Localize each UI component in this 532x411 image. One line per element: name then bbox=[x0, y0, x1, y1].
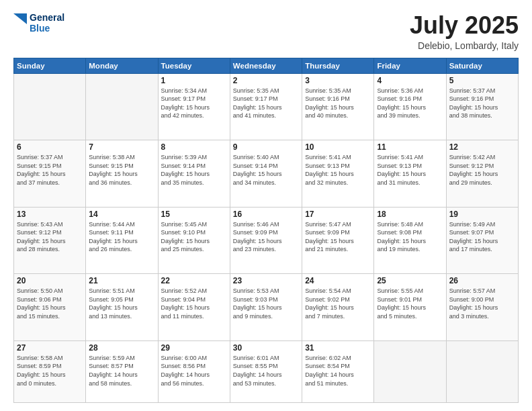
day-info: Sunrise: 6:02 AM Sunset: 8:54 PM Dayligh… bbox=[305, 354, 371, 387]
day-info: Sunrise: 5:57 AM Sunset: 9:00 PM Dayligh… bbox=[449, 287, 515, 320]
day-info: Sunrise: 5:37 AM Sunset: 9:16 PM Dayligh… bbox=[449, 87, 515, 120]
location-subtitle: Delebio, Lombardy, Italy bbox=[410, 40, 519, 51]
day-number: 16 bbox=[233, 210, 299, 219]
col-saturday: Saturday bbox=[446, 58, 518, 73]
day-info: Sunrise: 5:40 AM Sunset: 9:14 PM Dayligh… bbox=[233, 153, 299, 187]
day-info: Sunrise: 5:48 AM Sunset: 9:08 PM Dayligh… bbox=[377, 220, 443, 254]
table-row: 19Sunrise: 5:49 AM Sunset: 9:07 PM Dayli… bbox=[446, 207, 518, 274]
table-row: 22Sunrise: 5:52 AM Sunset: 9:04 PM Dayli… bbox=[158, 274, 230, 341]
calendar-header-row: Sunday Monday Tuesday Wednesday Thursday… bbox=[14, 58, 519, 73]
day-number: 4 bbox=[377, 76, 443, 85]
day-number: 28 bbox=[89, 343, 154, 353]
table-row: 29Sunrise: 6:00 AM Sunset: 8:56 PM Dayli… bbox=[158, 340, 230, 402]
logo: GeneralBlue bbox=[13, 12, 64, 34]
table-row: 13Sunrise: 5:43 AM Sunset: 9:12 PM Dayli… bbox=[14, 207, 86, 274]
table-row: 26Sunrise: 5:57 AM Sunset: 9:00 PM Dayli… bbox=[446, 274, 518, 341]
col-tuesday: Tuesday bbox=[158, 58, 230, 73]
table-row: 15Sunrise: 5:45 AM Sunset: 9:10 PM Dayli… bbox=[158, 207, 230, 274]
day-number: 30 bbox=[233, 343, 299, 353]
day-number: 21 bbox=[89, 276, 154, 285]
day-info: Sunrise: 5:35 AM Sunset: 9:17 PM Dayligh… bbox=[233, 87, 299, 120]
day-info: Sunrise: 5:54 AM Sunset: 9:02 PM Dayligh… bbox=[305, 287, 371, 320]
day-info: Sunrise: 5:34 AM Sunset: 9:17 PM Dayligh… bbox=[161, 87, 227, 120]
table-row: 8Sunrise: 5:39 AM Sunset: 9:14 PM Daylig… bbox=[158, 140, 230, 208]
day-info: Sunrise: 5:41 AM Sunset: 9:13 PM Dayligh… bbox=[377, 153, 443, 187]
day-info: Sunrise: 5:49 AM Sunset: 9:07 PM Dayligh… bbox=[449, 220, 515, 254]
table-row: 5Sunrise: 5:37 AM Sunset: 9:16 PM Daylig… bbox=[446, 73, 518, 140]
col-friday: Friday bbox=[374, 58, 446, 73]
day-info: Sunrise: 6:01 AM Sunset: 8:55 PM Dayligh… bbox=[233, 354, 299, 387]
day-number: 12 bbox=[449, 142, 515, 152]
table-row: 1Sunrise: 5:34 AM Sunset: 9:17 PM Daylig… bbox=[158, 73, 230, 140]
col-monday: Monday bbox=[86, 58, 158, 73]
calendar-table: Sunday Monday Tuesday Wednesday Thursday… bbox=[13, 58, 519, 403]
table-row: 20Sunrise: 5:50 AM Sunset: 9:06 PM Dayli… bbox=[14, 274, 86, 341]
day-info: Sunrise: 5:36 AM Sunset: 9:16 PM Dayligh… bbox=[377, 87, 443, 120]
col-sunday: Sunday bbox=[14, 58, 86, 73]
month-title: July 2025 bbox=[410, 12, 519, 39]
day-number: 6 bbox=[17, 142, 83, 152]
day-number: 7 bbox=[89, 142, 154, 152]
table-row: 4Sunrise: 5:36 AM Sunset: 9:16 PM Daylig… bbox=[374, 73, 446, 140]
day-number: 18 bbox=[377, 210, 443, 219]
day-number: 9 bbox=[233, 142, 299, 152]
svg-marker-0 bbox=[13, 13, 27, 24]
table-row: 30Sunrise: 6:01 AM Sunset: 8:55 PM Dayli… bbox=[230, 340, 302, 402]
table-row: 3Sunrise: 5:35 AM Sunset: 9:16 PM Daylig… bbox=[302, 73, 374, 140]
day-number: 20 bbox=[17, 276, 83, 285]
table-row: 17Sunrise: 5:47 AM Sunset: 9:09 PM Dayli… bbox=[302, 207, 374, 274]
day-info: Sunrise: 5:37 AM Sunset: 9:15 PM Dayligh… bbox=[17, 153, 83, 187]
table-row: 25Sunrise: 5:55 AM Sunset: 9:01 PM Dayli… bbox=[374, 274, 446, 341]
day-info: Sunrise: 5:46 AM Sunset: 9:09 PM Dayligh… bbox=[233, 220, 299, 254]
table-row: 23Sunrise: 5:53 AM Sunset: 9:03 PM Dayli… bbox=[230, 274, 302, 341]
table-row: 6Sunrise: 5:37 AM Sunset: 9:15 PM Daylig… bbox=[14, 140, 86, 208]
day-number: 2 bbox=[233, 76, 299, 85]
table-row: 12Sunrise: 5:42 AM Sunset: 9:12 PM Dayli… bbox=[446, 140, 518, 208]
day-info: Sunrise: 5:38 AM Sunset: 9:15 PM Dayligh… bbox=[89, 153, 154, 187]
col-thursday: Thursday bbox=[302, 58, 374, 73]
day-number: 22 bbox=[161, 276, 227, 285]
day-number: 1 bbox=[161, 76, 227, 85]
day-info: Sunrise: 5:50 AM Sunset: 9:06 PM Dayligh… bbox=[17, 287, 83, 320]
day-info: Sunrise: 5:47 AM Sunset: 9:09 PM Dayligh… bbox=[305, 220, 371, 254]
day-info: Sunrise: 5:59 AM Sunset: 8:57 PM Dayligh… bbox=[89, 354, 154, 387]
day-info: Sunrise: 5:55 AM Sunset: 9:01 PM Dayligh… bbox=[377, 287, 443, 320]
table-row: 9Sunrise: 5:40 AM Sunset: 9:14 PM Daylig… bbox=[230, 140, 302, 208]
table-row: 21Sunrise: 5:51 AM Sunset: 9:05 PM Dayli… bbox=[86, 274, 158, 341]
day-number: 13 bbox=[17, 210, 83, 219]
day-info: Sunrise: 5:35 AM Sunset: 9:16 PM Dayligh… bbox=[305, 87, 371, 120]
table-row: 2Sunrise: 5:35 AM Sunset: 9:17 PM Daylig… bbox=[230, 73, 302, 140]
day-info: Sunrise: 5:42 AM Sunset: 9:12 PM Dayligh… bbox=[449, 153, 515, 187]
day-info: Sunrise: 5:52 AM Sunset: 9:04 PM Dayligh… bbox=[161, 287, 227, 320]
day-number: 19 bbox=[449, 210, 515, 219]
table-row: 27Sunrise: 5:58 AM Sunset: 8:59 PM Dayli… bbox=[14, 340, 86, 402]
day-info: Sunrise: 5:53 AM Sunset: 9:03 PM Dayligh… bbox=[233, 287, 299, 320]
table-row: 11Sunrise: 5:41 AM Sunset: 9:13 PM Dayli… bbox=[374, 140, 446, 208]
table-row bbox=[86, 73, 158, 140]
col-wednesday: Wednesday bbox=[230, 58, 302, 73]
day-number: 17 bbox=[305, 210, 371, 219]
table-row: 18Sunrise: 5:48 AM Sunset: 9:08 PM Dayli… bbox=[374, 207, 446, 274]
table-row bbox=[14, 73, 86, 140]
day-number: 25 bbox=[377, 276, 443, 285]
table-row: 24Sunrise: 5:54 AM Sunset: 9:02 PM Dayli… bbox=[302, 274, 374, 341]
day-number: 8 bbox=[161, 142, 227, 152]
day-number: 26 bbox=[449, 276, 515, 285]
table-row: 7Sunrise: 5:38 AM Sunset: 9:15 PM Daylig… bbox=[86, 140, 158, 208]
page-header: GeneralBlue July 2025 Delebio, Lombardy,… bbox=[13, 12, 519, 51]
table-row bbox=[374, 340, 446, 402]
day-number: 14 bbox=[89, 210, 154, 219]
day-number: 24 bbox=[305, 276, 371, 285]
day-number: 11 bbox=[377, 142, 443, 152]
title-block: July 2025 Delebio, Lombardy, Italy bbox=[410, 12, 519, 51]
day-number: 23 bbox=[233, 276, 299, 285]
table-row bbox=[446, 340, 518, 402]
day-number: 15 bbox=[161, 210, 227, 219]
day-number: 3 bbox=[305, 76, 371, 85]
day-number: 29 bbox=[161, 343, 227, 353]
table-row: 10Sunrise: 5:41 AM Sunset: 9:13 PM Dayli… bbox=[302, 140, 374, 208]
day-info: Sunrise: 5:58 AM Sunset: 8:59 PM Dayligh… bbox=[17, 354, 83, 387]
table-row: 31Sunrise: 6:02 AM Sunset: 8:54 PM Dayli… bbox=[302, 340, 374, 402]
table-row: 14Sunrise: 5:44 AM Sunset: 9:11 PM Dayli… bbox=[86, 207, 158, 274]
day-number: 27 bbox=[17, 343, 83, 353]
